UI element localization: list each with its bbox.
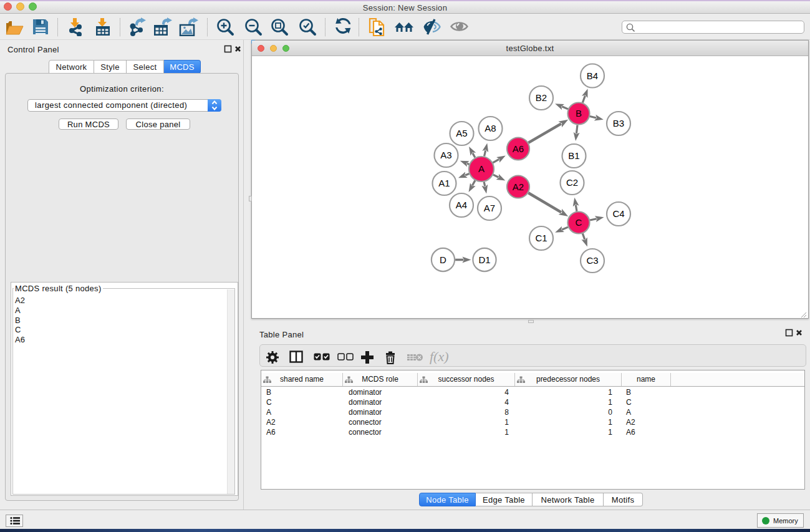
svg-text:D1: D1 bbox=[478, 254, 490, 265]
svg-text:C: C bbox=[576, 217, 582, 228]
svg-text:C3: C3 bbox=[586, 255, 598, 266]
svg-text:B: B bbox=[576, 108, 582, 118]
svg-text:D: D bbox=[440, 254, 446, 265]
svg-text:A3: A3 bbox=[440, 150, 451, 160]
svg-text:A7: A7 bbox=[484, 203, 495, 213]
svg-text:A5: A5 bbox=[456, 128, 467, 138]
svg-text:C2: C2 bbox=[566, 177, 578, 188]
svg-text:B2: B2 bbox=[536, 92, 547, 103]
svg-text:C4: C4 bbox=[612, 208, 624, 219]
svg-text:A: A bbox=[478, 163, 485, 174]
svg-text:C1: C1 bbox=[535, 233, 547, 243]
svg-text:A4: A4 bbox=[456, 200, 467, 210]
svg-text:B4: B4 bbox=[587, 70, 598, 81]
svg-text:B3: B3 bbox=[613, 118, 624, 128]
svg-text:A2: A2 bbox=[513, 181, 524, 192]
svg-text:A1: A1 bbox=[438, 178, 450, 188]
svg-text:B1: B1 bbox=[568, 150, 579, 161]
svg-text:A6: A6 bbox=[513, 143, 524, 154]
svg-text:A8: A8 bbox=[485, 123, 496, 133]
